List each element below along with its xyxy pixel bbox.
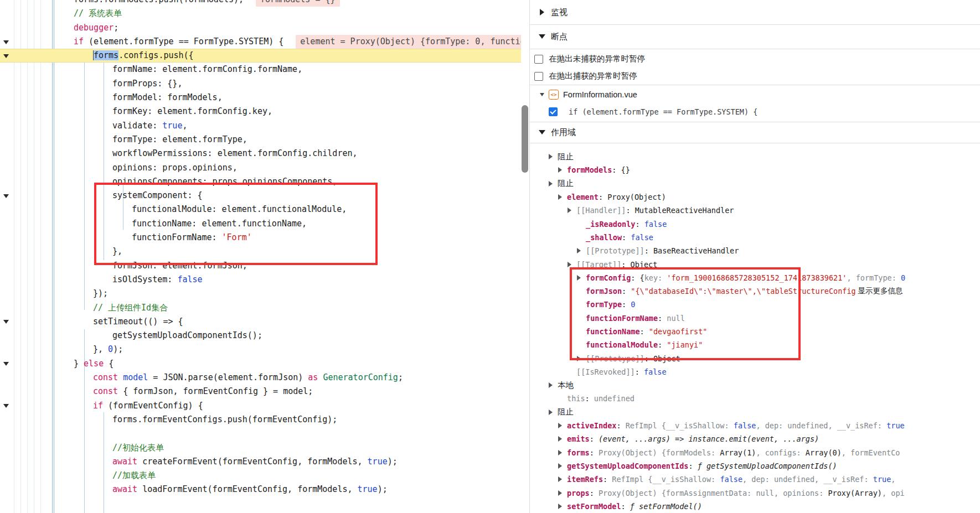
vertical-scrollbar[interactable] xyxy=(521,0,529,513)
scope-row[interactable]: getSystemUploadComponentIds: ƒ getSystem… xyxy=(530,459,980,473)
fold-arrow-icon[interactable] xyxy=(3,40,9,44)
fold-arrow-icon[interactable] xyxy=(3,404,9,408)
code-line[interactable]: }); xyxy=(0,287,529,300)
scope-row[interactable]: 阻止 xyxy=(530,177,980,190)
chevron-right-icon[interactable] xyxy=(549,408,555,417)
chevron-right-icon[interactable] xyxy=(558,475,565,484)
chevron-right-icon[interactable] xyxy=(558,165,565,174)
scope-row[interactable]: emits: (event, ...args) => instance.emit… xyxy=(530,432,980,445)
scope-row[interactable]: formJson: "{\"databaseId\":\"master\",\"… xyxy=(530,284,980,298)
scope-row[interactable]: forms: Proxy(Object) {formModels: Array(… xyxy=(530,446,980,459)
code-line[interactable]: await loadFormEvent(formEventConfig, for… xyxy=(0,483,529,496)
scope-row[interactable]: 阻止 xyxy=(530,150,980,163)
scope-row[interactable]: [[Target]]: Object xyxy=(530,257,980,271)
scope-row[interactable]: formType: 0 xyxy=(530,298,980,311)
fold-arrow-icon[interactable] xyxy=(3,320,9,324)
scope-row[interactable]: 阻止 xyxy=(530,406,980,419)
chevron-right-icon[interactable] xyxy=(549,152,555,161)
scope-row[interactable]: functionFormName: null xyxy=(530,312,980,325)
chevron-right-icon[interactable] xyxy=(558,193,565,201)
code-line[interactable]: const { formJson, formEventConfig } = mo… xyxy=(0,385,529,398)
chevron-right-icon[interactable] xyxy=(558,502,565,511)
code-line[interactable]: validate: true, xyxy=(0,119,529,133)
code-line[interactable]: formName: element.formConfig.formName, xyxy=(0,63,529,76)
scope-row[interactable]: formModels: {} xyxy=(530,163,980,177)
code-line[interactable]: if (element.formType == FormType.SYSTEM)… xyxy=(0,35,529,49)
breakpoint-checkbox-icon[interactable] xyxy=(549,107,558,116)
fold-arrow-icon[interactable] xyxy=(3,362,9,366)
scrollbar-thumb[interactable] xyxy=(522,105,528,173)
code-line[interactable]: } else { xyxy=(0,357,529,371)
code-line[interactable]: systemComponent: { xyxy=(0,189,529,203)
chevron-right-icon[interactable] xyxy=(568,260,574,269)
code-line[interactable]: opinions: props.opinions, xyxy=(0,161,529,175)
code-line[interactable]: getSystemUploadComponentIds(); xyxy=(0,329,529,343)
scope-row[interactable]: element: Proxy(Object) xyxy=(530,190,980,204)
checkbox-icon[interactable] xyxy=(534,55,543,64)
code-line[interactable]: // 系统表单 xyxy=(0,7,529,20)
section-watch[interactable]: 监视 xyxy=(530,0,980,24)
code-line[interactable]: //加载表单 xyxy=(0,469,529,483)
chevron-right-icon[interactable] xyxy=(558,448,565,457)
code-line[interactable]: }, xyxy=(0,245,529,258)
scope-row[interactable]: [[Prototype]]: BaseReactiveHandler xyxy=(530,244,980,257)
code-line[interactable]: isOldSystem: false xyxy=(0,273,529,287)
code-line[interactable]: workflowPermissions: element.formConfig.… xyxy=(0,147,529,160)
scope-row[interactable]: props: Proxy(Object) {formAssignmentData… xyxy=(530,486,980,499)
code-line[interactable]: functionFormName: 'Form' xyxy=(0,231,529,245)
code-line[interactable]: forms.configs.push({ xyxy=(0,49,529,63)
code-line[interactable]: const model = JSON.parse(element.formJso… xyxy=(0,371,529,385)
scope-row[interactable]: _isReadonly: false xyxy=(530,217,980,230)
pause-on-caught-exceptions[interactable]: 在抛出捕获的异常时暂停 xyxy=(530,68,980,85)
scope-row[interactable]: itemRefs: RefImpl {__v_isShallow: false,… xyxy=(530,473,980,486)
scope-row[interactable]: functionName: "devgaofirst" xyxy=(530,325,980,338)
scope-row[interactable]: 本地 xyxy=(530,379,980,392)
breakpoint-file-group[interactable]: <> FormInformation.vue xyxy=(530,86,980,103)
scope-row[interactable]: [[Handler]]: MutableReactiveHandler xyxy=(530,204,980,217)
chevron-right-icon[interactable] xyxy=(558,462,565,470)
scope-row[interactable]: formConfig: {key: 'form_1900168685728305… xyxy=(530,271,980,284)
code-line[interactable]: formJson: element.formJson, xyxy=(0,259,529,273)
code-line[interactable]: functionalModule: element.functionalModu… xyxy=(0,203,529,216)
code-line[interactable]: forms.formEventConfigs.push(formEventCon… xyxy=(0,413,529,427)
code-line[interactable]: formModel: formModels, xyxy=(0,91,529,105)
code-line[interactable]: opinionsComponents: props.opinionsCompon… xyxy=(0,175,529,189)
code-line[interactable] xyxy=(0,427,529,441)
code-line[interactable]: formType: element.formType, xyxy=(0,133,529,147)
chevron-right-icon[interactable] xyxy=(558,489,565,498)
code-line[interactable]: //TODO: 暂不放开 工作流设有获取表单数据这个步骤 获取表单数据 xyxy=(0,511,529,513)
code-line[interactable]: forms.formModels.push(formModels);formMo… xyxy=(0,0,529,7)
code-line[interactable]: debugger; xyxy=(0,21,529,35)
code-line[interactable]: functionName: element.functionName, xyxy=(0,217,529,231)
code-line[interactable]: formProps: {}, xyxy=(0,77,529,91)
scope-row[interactable]: [[IsRevoked]]: false xyxy=(530,365,980,379)
chevron-right-icon[interactable] xyxy=(558,434,565,443)
fold-arrow-icon[interactable] xyxy=(3,194,9,198)
chevron-right-icon[interactable] xyxy=(577,354,584,363)
code-line[interactable]: setTimeout(() => { xyxy=(0,315,529,329)
checkbox-icon[interactable] xyxy=(534,72,543,81)
chevron-right-icon[interactable] xyxy=(549,179,555,188)
code-line[interactable]: if (formEventConfig) { xyxy=(0,399,529,413)
breakpoint-entry[interactable]: if (element.formType == FormType.SYSTEM)… xyxy=(530,103,980,120)
chevron-right-icon[interactable] xyxy=(568,206,574,215)
code-line[interactable]: // 上传组件Id集合 xyxy=(0,301,529,315)
scope-row[interactable]: setFormModel: ƒ setFormModel() xyxy=(530,500,980,513)
chevron-right-icon[interactable] xyxy=(577,246,584,255)
pause-on-uncaught-exceptions[interactable]: 在抛出未捕获的异常时暂停 xyxy=(530,50,980,68)
code-line[interactable]: //初始化表单 xyxy=(0,441,529,455)
scope-row[interactable]: [[Prototype]]: Object xyxy=(530,351,980,365)
scope-row[interactable]: _shallow: false xyxy=(530,231,980,244)
code-line[interactable] xyxy=(0,497,529,511)
section-scope[interactable]: 作用域 xyxy=(530,122,980,143)
chevron-right-icon[interactable] xyxy=(577,273,584,282)
section-breakpoints[interactable]: 断点 xyxy=(530,24,980,49)
chevron-right-icon[interactable] xyxy=(558,421,565,430)
code-line[interactable]: await createFormEvent(formEventConfig, f… xyxy=(0,455,529,469)
scope-row[interactable]: functionalModule: "jianyi" xyxy=(530,338,980,351)
code-line[interactable]: formKey: element.formConfig.key, xyxy=(0,105,529,118)
fold-arrow-icon[interactable] xyxy=(3,54,9,58)
code-line[interactable]: }, 0); xyxy=(0,343,529,356)
scope-row[interactable]: this: undefined xyxy=(530,392,980,405)
scope-row[interactable]: activeIndex: RefImpl {__v_isShallow: fal… xyxy=(530,419,980,432)
